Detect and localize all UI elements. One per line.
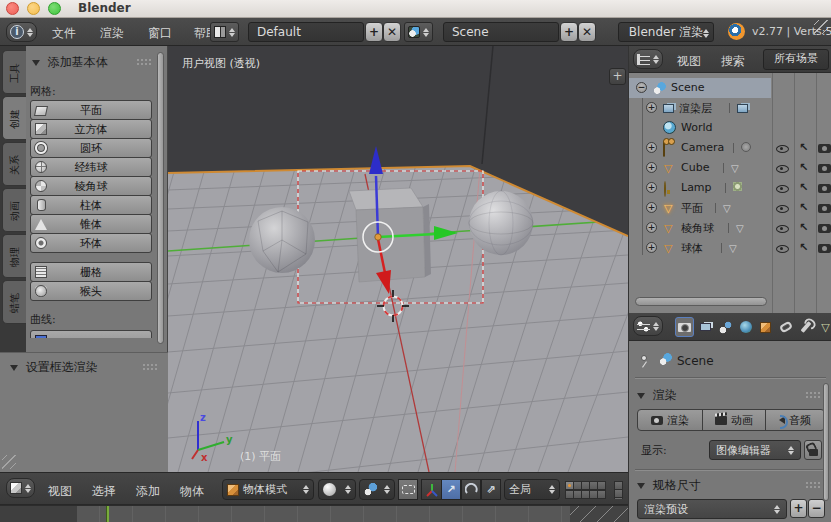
add-cylinder-button[interactable]: 柱体: [30, 195, 152, 215]
animation-button[interactable]: 动画: [702, 409, 766, 431]
manipulator-toggle-button[interactable]: [398, 479, 418, 500]
tab-physics[interactable]: 物理: [2, 234, 26, 278]
outliner-row-cube[interactable]: Cube: [629, 158, 831, 178]
mode-dropdown[interactable]: 物体模式: [222, 479, 314, 500]
editor-type-selector[interactable]: [633, 49, 663, 69]
tool-shelf-scrollbar[interactable]: [157, 52, 164, 344]
tab-modifiers[interactable]: [796, 317, 815, 337]
expand-icon[interactable]: [646, 242, 657, 253]
expand-icon[interactable]: [646, 102, 657, 113]
eye-toggle[interactable]: [776, 162, 789, 175]
add-screen-layout-button[interactable]: +: [365, 22, 383, 42]
selectable-toggle[interactable]: [799, 140, 808, 154]
panel-grip-icon[interactable]: [805, 481, 821, 488]
tab-animation[interactable]: 动画: [2, 188, 26, 232]
maximize-window-button[interactable]: [48, 2, 61, 15]
open-properties-region-button[interactable]: +: [609, 68, 626, 85]
add-primitive-panel-header[interactable]: 添加基本体: [32, 54, 108, 71]
add-cube-button[interactable]: 立方体: [30, 119, 152, 139]
selectable-toggle[interactable]: [799, 200, 808, 214]
tab-render[interactable]: [675, 317, 694, 337]
expand-icon[interactable]: [646, 182, 657, 193]
tab-scene[interactable]: [716, 317, 735, 337]
add-cone-button[interactable]: 锥体: [30, 214, 152, 234]
screen-layout-name-field[interactable]: Default: [248, 22, 364, 42]
add-monkey-button[interactable]: 猴头: [30, 281, 152, 301]
add-scene-button[interactable]: +: [560, 22, 578, 42]
expand-icon[interactable]: [646, 162, 657, 173]
pin-icon[interactable]: [641, 355, 647, 361]
eye-toggle[interactable]: [776, 182, 789, 195]
eye-toggle[interactable]: [776, 142, 789, 155]
menu-add[interactable]: 添加: [136, 483, 160, 500]
timeline-playhead[interactable]: [106, 506, 109, 522]
outliner-row-renderlayers[interactable]: 渲染层: [629, 98, 831, 118]
timeline-strip[interactable]: [0, 505, 628, 522]
close-window-button[interactable]: [6, 2, 19, 15]
selectable-toggle[interactable]: [799, 160, 808, 174]
lock-interface-button[interactable]: [804, 440, 822, 460]
editor-type-selector[interactable]: i: [6, 22, 37, 42]
eye-toggle[interactable]: [776, 222, 789, 235]
translate-manipulator-button[interactable]: ↗: [441, 479, 461, 500]
minimize-window-button[interactable]: [27, 2, 40, 15]
remove-preset-button[interactable]: −: [808, 499, 825, 518]
tab-render-layers[interactable]: [696, 317, 715, 337]
area-resize-handle[interactable]: [814, 20, 828, 34]
dimensions-panel-header[interactable]: 规格尺寸: [637, 477, 701, 494]
outliner-row-icosphere[interactable]: 棱角球: [629, 218, 831, 238]
render-border-panel-header[interactable]: 设置框选渲染: [10, 359, 98, 376]
timeline-resize-corner[interactable]: [570, 506, 628, 522]
menu-file[interactable]: 文件: [52, 25, 76, 42]
layer-grid-right[interactable]: [614, 481, 628, 499]
pivot-point-dropdown[interactable]: [359, 479, 395, 500]
outliner-row-sphere[interactable]: 球体: [629, 238, 831, 258]
panel-grip-icon[interactable]: [136, 58, 152, 65]
render-toggle[interactable]: [818, 204, 831, 213]
properties-scrollbar[interactable]: [823, 383, 829, 501]
render-toggle[interactable]: [818, 164, 831, 173]
add-curve-button-clipped[interactable]: [30, 330, 152, 351]
layer-grid-left[interactable]: [565, 481, 611, 499]
rotate-manipulator-button[interactable]: [461, 479, 481, 500]
tab-constraints[interactable]: [776, 317, 795, 337]
menu-view[interactable]: 视图: [48, 483, 72, 500]
render-toggle[interactable]: [818, 184, 831, 193]
render-engine-dropdown[interactable]: Blender 渲染: [618, 22, 714, 42]
area-resize-handle[interactable]: [2, 455, 16, 469]
tab-world[interactable]: [736, 317, 755, 337]
outliner-row-lamp[interactable]: Lamp: [629, 178, 831, 198]
panel-grip-icon[interactable]: [805, 391, 821, 398]
selectable-toggle[interactable]: [799, 240, 808, 254]
tab-grease-pencil[interactable]: 蜡笔: [2, 280, 26, 324]
delete-screen-layout-button[interactable]: ✕: [383, 22, 401, 42]
menu-window[interactable]: 窗口: [148, 25, 172, 42]
editor-type-selector[interactable]: [633, 316, 663, 336]
audio-button[interactable]: 音频: [765, 409, 825, 431]
menu-search[interactable]: 搜索: [721, 53, 745, 70]
add-preset-button[interactable]: +: [790, 499, 807, 518]
tab-data[interactable]: [816, 317, 831, 337]
expand-icon[interactable]: [646, 202, 657, 213]
editor-type-selector[interactable]: [6, 478, 35, 498]
eye-toggle[interactable]: [776, 242, 789, 255]
ico-sphere-object[interactable]: [249, 207, 315, 273]
menu-render[interactable]: 渲染: [100, 25, 124, 42]
panel-grip-icon[interactable]: [142, 363, 158, 370]
render-toggle[interactable]: [818, 244, 831, 253]
scale-manipulator-button[interactable]: ⇗: [481, 479, 501, 500]
tab-relations[interactable]: 关系: [2, 142, 26, 186]
delete-scene-button[interactable]: ✕: [578, 22, 596, 42]
selectable-toggle[interactable]: [799, 180, 808, 194]
render-panel-header[interactable]: 渲染: [637, 387, 677, 404]
add-grid-button[interactable]: 栅格: [30, 262, 152, 282]
render-toggle[interactable]: [818, 224, 831, 233]
scene-name-field[interactable]: Scene: [443, 22, 559, 42]
screen-layout-browse-button[interactable]: [210, 22, 239, 42]
expand-icon[interactable]: [646, 222, 657, 233]
outliner-row-plane[interactable]: 平面: [629, 198, 831, 218]
tab-tools[interactable]: 工具: [2, 50, 26, 94]
viewport-3d[interactable]: [168, 46, 628, 472]
render-button[interactable]: 渲染: [637, 409, 703, 431]
eye-toggle[interactable]: [776, 202, 789, 215]
